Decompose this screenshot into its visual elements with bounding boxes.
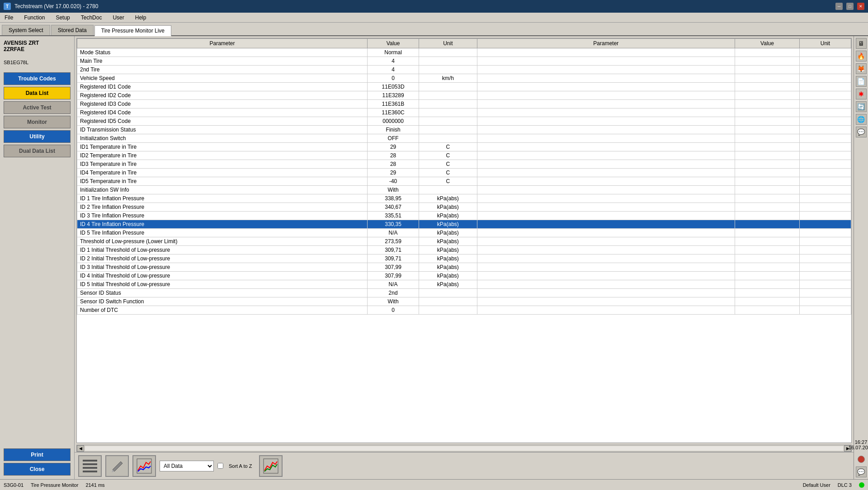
- cell-unit: C: [419, 143, 477, 151]
- hscrollbar[interactable]: ◀ ▶: [76, 445, 852, 452]
- table-row[interactable]: ID 2 Initial Threshold of Low-pressure 3…: [77, 254, 851, 263]
- cell-param: ID5 Temperature in Tire: [77, 177, 368, 186]
- data-list-button[interactable]: Data List: [4, 87, 71, 99]
- table-row[interactable]: Vehicle Speed 0 km/h: [77, 74, 851, 83]
- menu-techdoc[interactable]: TechDoc: [78, 14, 105, 22]
- cell-unit2: [799, 100, 851, 108]
- table-row[interactable]: ID 5 Tire Inflation Pressure N/A kPa(abs…: [77, 229, 851, 237]
- cell-param: ID4 Temperature in Tire: [77, 169, 368, 177]
- monitor-button[interactable]: Monitor: [4, 116, 71, 128]
- right-icon-1[interactable]: 🔥: [856, 51, 867, 61]
- table-row[interactable]: ID 4 Initial Threshold of Low-pressure 3…: [77, 272, 851, 280]
- table-row[interactable]: ID 4 Tire Inflation Pressure 330,35 kPa(…: [77, 220, 851, 229]
- right-icon-0[interactable]: 🖥: [856, 38, 867, 49]
- sidebar-bottom: Print Close: [4, 445, 71, 476]
- cell-param: ID 3 Initial Threshold of Low-pressure: [77, 263, 368, 272]
- menu-setup[interactable]: Setup: [53, 14, 72, 22]
- table-row[interactable]: ID 1 Initial Threshold of Low-pressure 3…: [77, 246, 851, 254]
- data-table-container[interactable]: Parameter Value Unit Parameter Value Uni…: [76, 38, 852, 443]
- right-icon-3[interactable]: 📄: [856, 76, 867, 87]
- close-button[interactable]: Close: [4, 463, 71, 476]
- right-icon-6[interactable]: 🌐: [856, 114, 867, 125]
- table-row[interactable]: Registered ID2 Code 11E3289: [77, 91, 851, 100]
- menu-file[interactable]: File: [2, 14, 16, 22]
- cell-param: Registered ID3 Code: [77, 100, 368, 108]
- table-row[interactable]: Registered ID5 Code 0000000: [77, 117, 851, 126]
- table-row[interactable]: Initialization Switch OFF: [77, 134, 851, 143]
- table-row[interactable]: ID Transmission Status Finish: [77, 126, 851, 134]
- sort-label: Sort A to Z: [229, 463, 252, 469]
- cell-param2: [477, 48, 735, 57]
- cell-unit2: [799, 229, 851, 237]
- cell-param: Registered ID5 Code: [77, 117, 368, 126]
- scroll-left-button[interactable]: ◀: [77, 445, 84, 452]
- table-row[interactable]: Number of DTC 0: [77, 306, 851, 315]
- right-icon-rec[interactable]: [858, 456, 865, 463]
- table-row[interactable]: Registered ID1 Code 11E053D: [77, 83, 851, 91]
- print-button[interactable]: Print: [4, 448, 71, 461]
- table-row[interactable]: Mode Status Normal: [77, 48, 851, 57]
- right-icon-2[interactable]: 🦊: [856, 63, 867, 74]
- table-row[interactable]: ID5 Temperature in Tire -40 C: [77, 177, 851, 186]
- list-icon: [82, 458, 98, 474]
- utility-button[interactable]: Utility: [4, 130, 71, 143]
- menu-user[interactable]: User: [110, 14, 127, 22]
- close-button[interactable]: ✕: [857, 3, 864, 10]
- tab-tire-pressure[interactable]: Tire Pressure Monitor Live: [94, 25, 171, 36]
- sort-checkbox[interactable]: [217, 463, 223, 469]
- cell-unit2: [799, 203, 851, 212]
- right-icon-bottom[interactable]: 💬: [856, 466, 867, 477]
- status-user: Default User: [803, 482, 830, 488]
- menu-function[interactable]: Function: [21, 14, 47, 22]
- cell-param: ID2 Temperature in Tire: [77, 151, 368, 160]
- table-row[interactable]: ID 3 Initial Threshold of Low-pressure 3…: [77, 263, 851, 272]
- status-code: S3G0-01: [4, 482, 24, 488]
- cell-param2: [477, 143, 735, 151]
- right-icon-7[interactable]: 💬: [856, 127, 867, 137]
- data-filter-dropdown[interactable]: All Data Selected Data Fault Data: [160, 461, 214, 471]
- table-row[interactable]: Sensor ID Switch Function With: [77, 297, 851, 306]
- app-title: Techstream (Ver 17.00.020) - 2780: [14, 3, 835, 9]
- cell-value2: [735, 143, 800, 151]
- cell-value: 0000000: [368, 117, 419, 126]
- active-test-button[interactable]: Active Test: [4, 101, 71, 114]
- table-row[interactable]: ID2 Temperature in Tire 28 C: [77, 151, 851, 160]
- table-row[interactable]: ID4 Temperature in Tire 29 C: [77, 169, 851, 177]
- right-icon-4[interactable]: ✱: [856, 89, 867, 99]
- table-row[interactable]: Initialization SW Info With: [77, 186, 851, 194]
- col-header-unit: Unit: [419, 39, 477, 48]
- dual-data-list-button[interactable]: Dual Data List: [4, 145, 71, 157]
- table-row[interactable]: Main Tire 4: [77, 57, 851, 66]
- cell-param2: [477, 280, 735, 289]
- table-row[interactable]: 2nd Tire 4: [77, 66, 851, 74]
- minimize-button[interactable]: ─: [835, 3, 843, 10]
- table-row[interactable]: Registered ID4 Code 11E360C: [77, 108, 851, 117]
- scroll-track[interactable]: [85, 446, 843, 451]
- cell-unit2: [799, 169, 851, 177]
- table-row[interactable]: ID1 Temperature in Tire 29 C: [77, 143, 851, 151]
- table-row[interactable]: ID3 Temperature in Tire 28 C: [77, 160, 851, 169]
- table-row[interactable]: ID 5 Initial Threshold of Low-pressure N…: [77, 280, 851, 289]
- tool-chart-button[interactable]: [259, 455, 283, 477]
- table-row[interactable]: ID 3 Tire Inflation Pressure 335,51 kPa(…: [77, 212, 851, 220]
- right-clock: 16:27 16.07.2022: [849, 438, 868, 452]
- tool-pen-button[interactable]: [105, 455, 129, 477]
- cell-value2: [735, 272, 800, 280]
- table-row[interactable]: ID 2 Tire Inflation Pressure 340,67 kPa(…: [77, 203, 851, 212]
- maximize-button[interactable]: □: [846, 3, 854, 10]
- tool-graph-button[interactable]: [132, 455, 156, 477]
- cell-value: N/A: [368, 280, 419, 289]
- table-row[interactable]: Registered ID3 Code 11E361B: [77, 100, 851, 108]
- right-icon-5[interactable]: 🔄: [856, 101, 867, 112]
- tab-system-select[interactable]: System Select: [2, 25, 50, 35]
- tool-list-button[interactable]: [78, 455, 102, 477]
- table-body: Mode Status Normal Main Tire 4 2nd Tire …: [77, 48, 851, 315]
- tab-stored-data[interactable]: Stored Data: [51, 25, 94, 35]
- table-row[interactable]: Sensor ID Status 2nd: [77, 289, 851, 297]
- menu-help[interactable]: Help: [132, 14, 149, 22]
- trouble-codes-button[interactable]: Trouble Codes: [4, 72, 71, 85]
- table-row[interactable]: Threshold of Low-pressure (Lower Limit) …: [77, 237, 851, 246]
- cell-unit2: [799, 297, 851, 306]
- cell-unit2: [799, 186, 851, 194]
- table-row[interactable]: ID 1 Tire Inflation Pressure 338,95 kPa(…: [77, 194, 851, 203]
